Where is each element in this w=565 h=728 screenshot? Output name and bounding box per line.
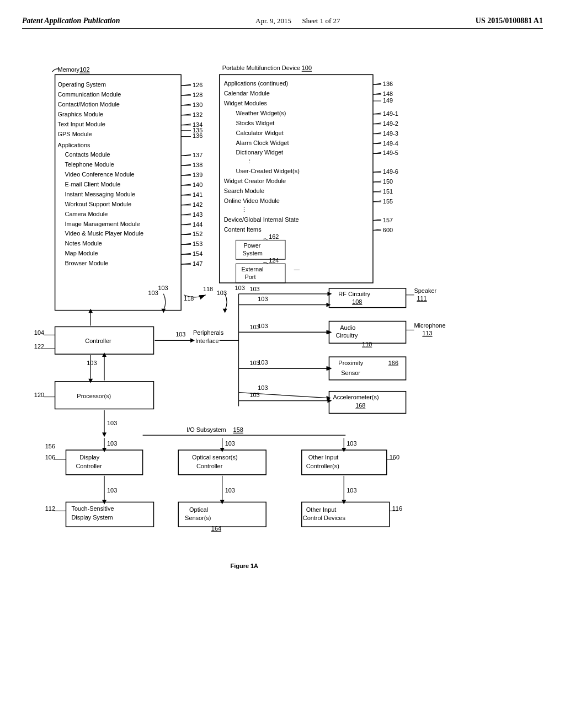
svg-text:Microphone: Microphone: [414, 322, 445, 329]
svg-marker-131: [190, 338, 195, 342]
svg-text:164: 164: [211, 525, 221, 532]
svg-text:103: 103: [148, 290, 158, 296]
svg-text:149: 149: [383, 97, 393, 104]
svg-marker-234: [327, 399, 332, 403]
svg-text:103: 103: [107, 487, 117, 494]
svg-text:Instant Messaging Module: Instant Messaging Module: [65, 191, 136, 197]
svg-text:155: 155: [383, 198, 393, 205]
header-center: Apr. 9, 2015 Sheet 1 of 27: [255, 17, 340, 25]
svg-text:128: 128: [193, 92, 202, 98]
svg-text:System: System: [242, 250, 262, 256]
svg-text:Other Input: Other Input: [306, 506, 337, 513]
svg-text:110: 110: [362, 341, 372, 347]
svg-marker-232: [327, 366, 332, 371]
svg-text:149-4: 149-4: [383, 140, 398, 147]
svg-text:103: 103: [225, 487, 235, 494]
svg-text:Controller: Controller: [76, 463, 102, 469]
page: Patent Application Publication Apr. 9, 2…: [0, 0, 565, 728]
svg-text:132: 132: [193, 111, 202, 118]
svg-text:Alarm Clock Widget: Alarm Clock Widget: [236, 140, 289, 146]
header: Patent Application Publication Apr. 9, 2…: [22, 11, 543, 29]
svg-text:Device/Global Internal State: Device/Global Internal State: [224, 216, 299, 223]
svg-text:Controller(s): Controller(s): [306, 463, 339, 469]
svg-text:Proximity: Proximity: [338, 360, 363, 366]
svg-text:136: 136: [193, 132, 202, 139]
svg-marker-240: [161, 309, 166, 313]
svg-text:149-5: 149-5: [383, 149, 398, 156]
svg-text:100: 100: [302, 65, 312, 71]
svg-text:Portable Multifunction Device: Portable Multifunction Device: [222, 65, 300, 71]
svg-marker-139: [326, 303, 331, 307]
svg-text:143: 143: [193, 211, 202, 218]
svg-text:103: 103: [249, 286, 259, 292]
svg-text:Contacts Module: Contacts Module: [65, 151, 110, 158]
svg-text:Peripherals: Peripherals: [193, 329, 224, 336]
svg-text:Workout Support Module: Workout Support Module: [65, 201, 132, 207]
svg-text:153: 153: [193, 240, 202, 247]
svg-text:141: 141: [193, 191, 202, 198]
svg-text:Contact/Motion Module: Contact/Motion Module: [58, 101, 120, 108]
svg-text:User-Created Widget(s): User-Created Widget(s): [236, 168, 300, 174]
svg-marker-172: [102, 352, 106, 357]
svg-text:Control Devices: Control Devices: [303, 515, 346, 521]
svg-text:Online Video Module: Online Video Module: [224, 197, 280, 204]
svg-text:103: 103: [107, 420, 117, 426]
svg-text:Video & Music Player Module: Video & Music Player Module: [65, 230, 143, 237]
svg-text:113: 113: [422, 330, 432, 336]
svg-text:168: 168: [355, 403, 365, 409]
svg-text:103: 103: [175, 331, 185, 338]
svg-text:103: 103: [249, 360, 259, 366]
header-left: Patent Application Publication: [22, 17, 120, 25]
svg-text:144: 144: [193, 221, 202, 228]
svg-text:Communication Module: Communication Module: [58, 91, 121, 98]
header-date: Apr. 9, 2015: [255, 17, 291, 25]
svg-text:Weather Widget(s): Weather Widget(s): [236, 110, 286, 116]
svg-text:108: 108: [352, 298, 362, 305]
svg-text:138: 138: [193, 162, 202, 168]
svg-marker-230: [327, 330, 332, 334]
diagram-area: Memory 102 Operating System Communicatio…: [22, 34, 543, 696]
svg-text:Speaker: Speaker: [414, 287, 436, 294]
svg-text:130: 130: [193, 101, 202, 108]
svg-text:149-1: 149-1: [383, 110, 398, 117]
svg-text:600: 600: [383, 227, 393, 233]
svg-text:Browser Module: Browser Module: [65, 260, 109, 266]
svg-text:142: 142: [193, 201, 202, 208]
svg-text:149-3: 149-3: [383, 130, 398, 137]
svg-text:Applications (continued): Applications (continued): [224, 80, 289, 87]
svg-text:Sensor(s): Sensor(s): [185, 515, 211, 521]
svg-marker-127: [88, 379, 93, 383]
svg-text:103: 103: [225, 440, 235, 447]
header-right: US 2015/0100881 A1: [476, 17, 543, 25]
svg-text:Power: Power: [243, 242, 260, 249]
svg-text:103: 103: [235, 285, 245, 291]
svg-text:Stocks Widget: Stocks Widget: [236, 120, 275, 126]
svg-text:149-6: 149-6: [383, 168, 398, 175]
svg-text:103: 103: [258, 384, 268, 391]
svg-text:Accelerometer(s): Accelerometer(s): [333, 394, 379, 400]
svg-text:147: 147: [193, 260, 202, 267]
svg-text:103: 103: [87, 360, 97, 366]
svg-text:External: External: [241, 266, 263, 272]
svg-text:156: 156: [45, 443, 55, 449]
svg-text:103: 103: [158, 285, 168, 291]
svg-marker-228: [327, 292, 332, 296]
svg-text:Circuitry: Circuitry: [335, 332, 358, 339]
svg-text:103: 103: [347, 487, 356, 494]
svg-text:Image Management Module: Image Management Module: [65, 221, 140, 227]
svg-text:Graphics Module: Graphics Module: [58, 111, 104, 117]
svg-text:Calendar Module: Calendar Module: [224, 90, 270, 97]
svg-marker-129: [88, 309, 93, 313]
svg-text:Figure 1A: Figure 1A: [231, 563, 258, 569]
svg-text:118: 118: [203, 286, 213, 292]
svg-text:102: 102: [79, 66, 89, 73]
svg-text:111: 111: [417, 295, 427, 302]
svg-text:137: 137: [193, 152, 202, 158]
svg-text:Content Items: Content Items: [224, 226, 262, 233]
svg-text:150: 150: [383, 178, 393, 185]
svg-text:Video Conference Module: Video Conference Module: [65, 171, 135, 178]
svg-text:Processor(s): Processor(s): [77, 393, 111, 399]
svg-text:136: 136: [383, 81, 393, 87]
svg-text:103: 103: [107, 440, 117, 447]
svg-text:Touch-Sensitive: Touch-Sensitive: [71, 505, 114, 512]
